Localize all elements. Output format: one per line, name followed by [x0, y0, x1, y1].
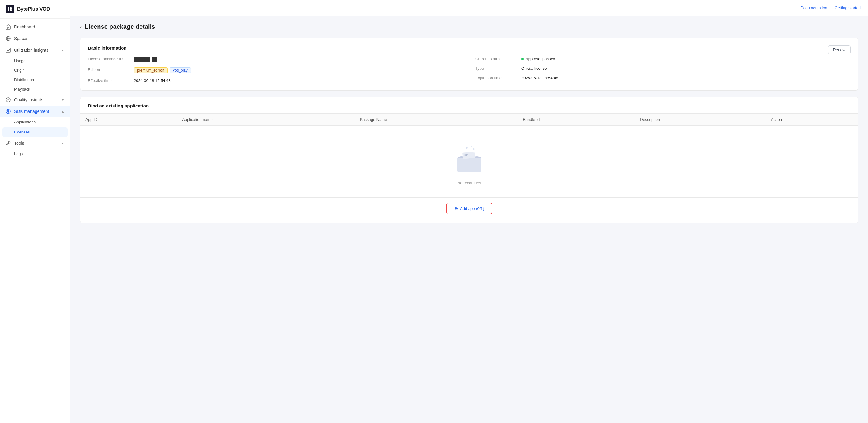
- add-app-button[interactable]: ⊕ Add app (0/1): [446, 203, 492, 214]
- sidebar-item-spaces[interactable]: Spaces: [0, 33, 70, 44]
- svg-point-13: [473, 148, 475, 150]
- status-dot: [521, 58, 524, 60]
- sidebar-item-applications[interactable]: Applications: [0, 117, 70, 127]
- effective-time-label: Effective time: [88, 78, 134, 83]
- svg-rect-3: [10, 9, 12, 11]
- tools-icon: [5, 141, 11, 146]
- expiration-time-label: Expiration time: [475, 75, 521, 80]
- page-title: License package details: [85, 23, 155, 30]
- expiration-time-value: 2025-06-18 19:54:48: [521, 75, 558, 80]
- edition-label: Edition: [88, 67, 134, 72]
- current-status-value: Approval passed: [521, 57, 555, 61]
- main-header: Documentation Getting started: [70, 0, 868, 16]
- basic-info-card: Basic information Renew License package …: [80, 38, 858, 91]
- tools-chevron: ▲: [61, 142, 65, 145]
- logo: BytePlus VOD: [0, 0, 70, 19]
- empty-state: No record yet: [81, 126, 858, 198]
- sidebar-item-licenses[interactable]: Licenses: [2, 127, 68, 137]
- sidebar-item-sdk-management[interactable]: SDK management ▲: [0, 105, 70, 117]
- sidebar-item-dashboard-label: Dashboard: [14, 25, 65, 29]
- logo-text: BytePlus VOD: [17, 6, 50, 12]
- col-package-name: Package Name: [355, 114, 518, 126]
- empty-icon: [451, 144, 488, 176]
- header-links: Documentation Getting started: [800, 5, 861, 10]
- sidebar-nav: Dashboard Spaces Utilization insights ▲ …: [0, 19, 70, 161]
- info-grid: License package ID ████ █ Edition premiu…: [88, 57, 850, 83]
- quality-chevron: ▼: [61, 98, 65, 101]
- empty-state-text: No record yet: [457, 181, 481, 185]
- sidebar-item-quality-label: Quality insights: [14, 97, 58, 102]
- col-bundle-id: Bundle Id: [518, 114, 635, 126]
- col-action: Action: [766, 114, 858, 126]
- sidebar-item-origin[interactable]: Origin: [0, 65, 70, 75]
- logo-icon: [5, 5, 14, 13]
- svg-point-10: [8, 111, 8, 112]
- sidebar-item-spaces-label: Spaces: [14, 36, 65, 41]
- table-wrapper: App ID Application name Package Name Bun…: [81, 113, 858, 126]
- svg-rect-4: [7, 28, 9, 29]
- sidebar: BytePlus VOD Dashboard Spaces Utilizatio…: [0, 0, 70, 423]
- license-id-value: ████ █: [134, 57, 157, 62]
- back-button[interactable]: ‹: [80, 24, 82, 30]
- add-app-icon: ⊕: [454, 206, 458, 211]
- edition-value: premium_edition vod_play: [134, 67, 191, 73]
- effective-time-value: 2024-06-18 19:54:48: [134, 78, 171, 83]
- svg-rect-1: [10, 7, 12, 9]
- license-id-row: License package ID ████ █: [88, 57, 463, 62]
- sidebar-item-utilization-insights[interactable]: Utilization insights ▲: [0, 44, 70, 56]
- applications-table: App ID Application name Package Name Bun…: [81, 113, 858, 126]
- col-application-name: Application name: [177, 114, 355, 126]
- sidebar-item-tools[interactable]: Tools ▲: [0, 138, 70, 149]
- sidebar-item-usage[interactable]: Usage: [0, 56, 70, 65]
- info-section-left: License package ID ████ █ Edition premiu…: [88, 57, 463, 83]
- content-area: ‹ License package details Basic informat…: [70, 16, 868, 423]
- expiration-time-row: Expiration time 2025-06-18 19:54:48: [475, 75, 850, 80]
- current-status-label: Current status: [475, 57, 521, 61]
- sidebar-item-logs[interactable]: Logs: [0, 149, 70, 158]
- utilization-chevron: ▲: [61, 48, 65, 52]
- type-label: Type: [475, 66, 521, 71]
- sdk-icon: [5, 109, 11, 114]
- sidebar-item-distribution[interactable]: Distribution: [0, 75, 70, 85]
- home-icon: [5, 24, 11, 30]
- sidebar-item-utilization-label: Utilization insights: [14, 48, 58, 53]
- documentation-link[interactable]: Documentation: [800, 5, 827, 10]
- svg-point-12: [471, 146, 472, 147]
- add-app-label: Add app (0/1): [460, 206, 484, 211]
- svg-rect-2: [8, 9, 9, 11]
- bind-section-title: Bind an existing application: [81, 97, 858, 113]
- svg-point-11: [466, 147, 468, 149]
- sidebar-item-sdk-label: SDK management: [14, 109, 58, 114]
- license-id-label: License package ID: [88, 57, 134, 61]
- bind-application-section: Bind an existing application App ID Appl…: [80, 97, 858, 223]
- spaces-icon: [5, 36, 11, 41]
- getting-started-link[interactable]: Getting started: [835, 5, 861, 10]
- edition-tag-premium: premium_edition: [134, 67, 168, 73]
- info-section-right: Current status Approval passed Type Offi…: [475, 57, 850, 83]
- sidebar-item-playback[interactable]: Playback: [0, 85, 70, 94]
- renew-button[interactable]: Renew: [828, 45, 850, 54]
- sidebar-item-tools-label: Tools: [14, 141, 58, 146]
- col-description: Description: [635, 114, 766, 126]
- edition-tag-vod: vod_play: [169, 67, 191, 73]
- svg-rect-0: [8, 7, 9, 9]
- utilization-icon: [5, 48, 11, 53]
- current-status-row: Current status Approval passed: [475, 57, 850, 61]
- basic-info-title: Basic information: [88, 45, 127, 51]
- page-title-row: ‹ License package details: [80, 23, 858, 30]
- effective-time-row: Effective time 2024-06-18 19:54:48: [88, 78, 463, 83]
- svg-rect-16: [469, 152, 475, 158]
- type-row: Type Official license: [475, 66, 850, 71]
- status-text: Approval passed: [526, 57, 555, 61]
- table-footer: ⊕ Add app (0/1): [81, 198, 858, 223]
- col-app-id: App ID: [81, 114, 177, 126]
- sidebar-item-quality-insights[interactable]: Quality insights ▼: [0, 94, 70, 105]
- table-header-row: App ID Application name Package Name Bun…: [81, 114, 858, 126]
- edition-row: Edition premium_edition vod_play: [88, 67, 463, 73]
- sidebar-item-dashboard[interactable]: Dashboard: [0, 21, 70, 33]
- main-area: Documentation Getting started ‹ License …: [70, 0, 868, 423]
- svg-rect-14: [457, 158, 482, 172]
- quality-icon: [5, 97, 11, 102]
- type-value: Official license: [521, 66, 547, 71]
- sdk-chevron: ▲: [61, 110, 65, 113]
